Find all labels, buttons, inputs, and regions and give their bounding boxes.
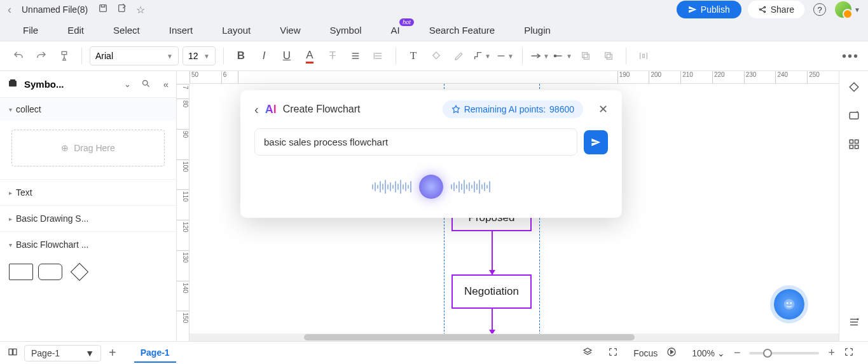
- help-icon[interactable]: ?: [813, 3, 826, 16]
- horizontal-scrollbar[interactable]: [189, 334, 839, 341]
- settings-list-icon[interactable]: [848, 316, 860, 331]
- distribute-icon[interactable]: [634, 46, 653, 65]
- menu-edit[interactable]: Edit: [67, 25, 84, 36]
- export-icon[interactable]: [117, 3, 127, 16]
- svg-point-18: [857, 319, 858, 320]
- back-icon[interactable]: ‹: [8, 3, 11, 17]
- bring-front-icon[interactable]: [576, 46, 595, 65]
- svg-rect-16: [850, 145, 853, 149]
- menu-symbol[interactable]: Symbol: [330, 25, 362, 36]
- pages-icon[interactable]: [8, 347, 18, 360]
- ai-logo-icon: AI: [265, 103, 277, 116]
- fill-icon[interactable]: [427, 46, 446, 65]
- section-collect[interactable]: ▾collect: [0, 98, 176, 121]
- svg-rect-11: [10, 79, 15, 81]
- left-panel: Symbo... ⌄ « ▾collect ⊕ Drag Here ▸Text …: [0, 71, 177, 341]
- ai-prompt-input[interactable]: [254, 128, 577, 156]
- svg-point-19: [784, 299, 795, 310]
- menu-plugin[interactable]: Plugin: [524, 25, 551, 36]
- ai-send-button[interactable]: [584, 130, 608, 154]
- image-icon[interactable]: [848, 110, 860, 125]
- flowchart-arrow[interactable]: [492, 309, 493, 334]
- menu-search-feature[interactable]: Search Feature: [429, 25, 495, 36]
- avatar-caret-icon[interactable]: ▼: [854, 6, 860, 13]
- play-icon[interactable]: [666, 347, 677, 360]
- library-icon: [8, 78, 18, 91]
- share-label: Share: [771, 4, 794, 15]
- undo-icon[interactable]: [9, 46, 28, 65]
- zoom-out-button[interactable]: −: [734, 346, 741, 360]
- menu-ai[interactable]: AIhot: [391, 25, 400, 36]
- grid-icon[interactable]: [848, 138, 860, 153]
- search-icon[interactable]: [141, 79, 151, 90]
- text-tool-icon[interactable]: T: [404, 46, 423, 65]
- pen-icon[interactable]: [450, 46, 469, 65]
- page-select[interactable]: Page-1▼: [24, 345, 101, 361]
- arrow-start-icon[interactable]: ▼: [553, 46, 572, 65]
- line-style-icon[interactable]: ▼: [495, 46, 514, 65]
- flowchart-node-negotiation[interactable]: Negotiation: [451, 274, 532, 309]
- svg-point-12: [142, 80, 148, 85]
- svg-rect-13: [850, 112, 858, 119]
- send-back-icon[interactable]: [599, 46, 618, 65]
- zoom-in-button[interactable]: +: [828, 346, 835, 360]
- shape-rounded[interactable]: [38, 264, 62, 280]
- ai-back-icon[interactable]: ‹: [254, 102, 259, 117]
- ai-points-badge[interactable]: Remaining AI points: 98600: [443, 100, 583, 118]
- line-spacing-icon[interactable]: [369, 46, 388, 65]
- svg-rect-9: [605, 53, 610, 58]
- section-text[interactable]: ▸Text: [0, 179, 176, 205]
- expand-chevron-icon[interactable]: ⌄: [124, 79, 131, 89]
- menu-select[interactable]: Select: [113, 25, 140, 36]
- svg-point-5: [555, 55, 556, 57]
- save-icon[interactable]: [98, 3, 108, 16]
- drag-here-zone[interactable]: ⊕ Drag Here: [11, 130, 165, 166]
- focus-label[interactable]: Focus: [633, 348, 658, 358]
- more-icon[interactable]: •••: [842, 49, 859, 64]
- redo-icon[interactable]: [32, 46, 51, 65]
- font-select[interactable]: Arial▼: [90, 46, 179, 65]
- publish-button[interactable]: Publish: [677, 1, 741, 18]
- italic-icon[interactable]: I: [254, 46, 273, 65]
- ai-fab-button[interactable]: [774, 289, 804, 320]
- shape-rect[interactable]: [9, 264, 33, 280]
- close-icon[interactable]: ✕: [598, 102, 608, 116]
- ai-panel-title: Create Flowchart: [283, 104, 361, 115]
- style-icon[interactable]: [848, 81, 860, 96]
- shape-palette: [0, 257, 176, 280]
- focus-target-icon[interactable]: [608, 347, 618, 360]
- menu-view[interactable]: View: [280, 25, 300, 36]
- menu-insert[interactable]: Insert: [169, 25, 193, 36]
- svg-rect-7: [584, 54, 589, 59]
- font-color-icon[interactable]: A: [300, 46, 319, 65]
- svg-rect-15: [855, 140, 858, 143]
- canvas[interactable]: 50 6 190 200 210 220 230 240 250 7 80 90…: [177, 71, 839, 341]
- ruler-horizontal: 50 6 190 200 210 220 230 240 250: [189, 71, 839, 84]
- file-name: Unnamed File(8): [22, 4, 88, 15]
- bold-icon[interactable]: B: [231, 46, 251, 65]
- collapse-panel-icon[interactable]: «: [163, 79, 169, 90]
- section-basic-drawing[interactable]: ▸Basic Drawing S...: [0, 205, 176, 231]
- underline-icon[interactable]: U: [277, 46, 296, 65]
- arrow-style-icon[interactable]: ▼: [530, 46, 549, 65]
- fullscreen-icon[interactable]: [844, 347, 854, 360]
- section-basic-flowchart[interactable]: ▾Basic Flowchart ...: [0, 231, 176, 257]
- svg-rect-8: [607, 54, 612, 59]
- format-painter-icon[interactable]: [55, 46, 74, 65]
- font-size-select[interactable]: 12▼: [183, 46, 216, 65]
- zoom-label[interactable]: 100% ⌄: [692, 348, 725, 358]
- share-button[interactable]: Share: [748, 1, 804, 18]
- layers-icon[interactable]: [582, 347, 593, 360]
- align-icon[interactable]: [346, 46, 365, 65]
- star-icon[interactable]: ☆: [136, 4, 145, 16]
- connector-icon[interactable]: ▼: [472, 46, 492, 65]
- flowchart-arrow[interactable]: [492, 231, 493, 274]
- add-page-button[interactable]: +: [109, 346, 116, 360]
- menu-layout[interactable]: Layout: [222, 25, 251, 36]
- shape-diamond[interactable]: [71, 263, 88, 281]
- zoom-slider[interactable]: [749, 352, 819, 354]
- tab-page-1[interactable]: Page-1: [134, 344, 176, 363]
- strikethrough-icon[interactable]: T: [323, 46, 342, 65]
- avatar[interactable]: [835, 1, 851, 18]
- menu-file[interactable]: File: [23, 25, 38, 36]
